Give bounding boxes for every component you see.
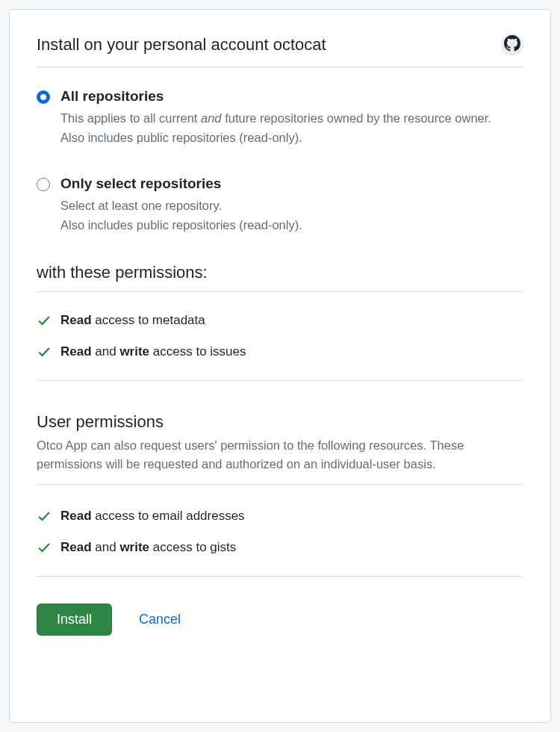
user-permissions-desc: Otco App can also request users' permiss…: [37, 436, 523, 485]
permission-text: Read and write access to gists: [60, 540, 236, 555]
permission-text: Read access to metadata: [60, 313, 205, 328]
permission-text: Read access to email addresses: [60, 509, 245, 524]
header: Install on your personal account octocat: [37, 34, 523, 67]
check-icon: [37, 540, 52, 555]
option-body: Only select repositories Select at least…: [60, 176, 523, 235]
permission-item: Read access to metadata: [37, 313, 523, 328]
user-permissions-heading: User permissions: [37, 412, 523, 432]
permission-text: Read and write access to issues: [60, 344, 246, 359]
permission-item: Read access to email addresses: [37, 509, 523, 524]
option-body: All repositories This applies to all cur…: [60, 88, 523, 147]
page-title: Install on your personal account octocat: [37, 35, 326, 55]
option-all-repositories[interactable]: All repositories This applies to all cur…: [37, 88, 523, 147]
cancel-link[interactable]: Cancel: [139, 612, 181, 627]
install-button[interactable]: Install: [37, 604, 112, 636]
option-title: Only select repositories: [60, 176, 523, 192]
divider: [37, 380, 523, 381]
actions: Install Cancel: [37, 604, 523, 636]
divider: [37, 576, 523, 577]
avatar[interactable]: [501, 34, 523, 56]
permissions-list: Read access to metadata Read and write a…: [37, 313, 523, 359]
option-only-select-repositories[interactable]: Only select repositories Select at least…: [37, 176, 523, 235]
permission-item: Read and write access to gists: [37, 540, 523, 555]
permissions-heading: with these permissions:: [37, 263, 523, 292]
install-card: Install on your personal account octocat…: [9, 9, 551, 723]
option-desc: Select at least one repository. Also inc…: [60, 196, 523, 235]
radio-selected-icon[interactable]: [37, 90, 50, 104]
check-icon: [37, 313, 52, 328]
permission-item: Read and write access to issues: [37, 344, 523, 359]
option-title: All repositories: [60, 88, 523, 105]
radio-unselected-icon[interactable]: [37, 178, 50, 191]
octocat-icon: [504, 35, 520, 55]
check-icon: [37, 509, 52, 524]
check-icon: [37, 344, 52, 359]
user-permissions-list: Read access to email addresses Read and …: [37, 509, 523, 555]
option-desc: This applies to all current and future r…: [60, 109, 523, 147]
